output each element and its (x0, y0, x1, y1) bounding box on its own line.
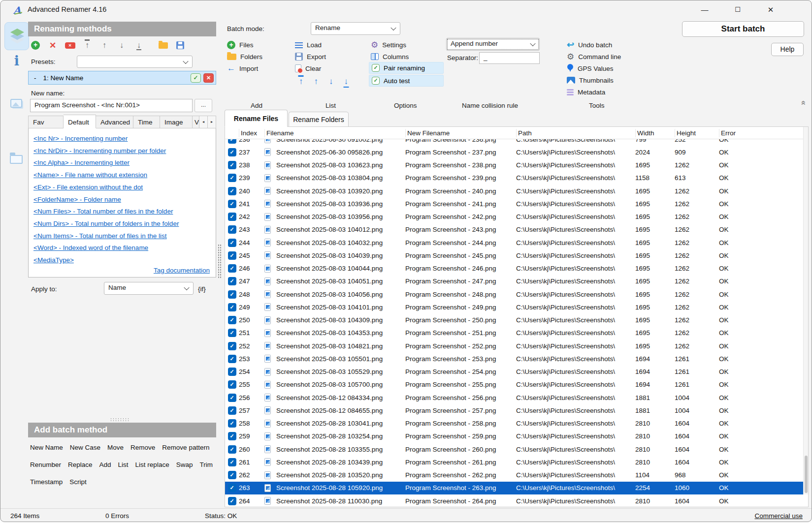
row-checkbox[interactable]: ✓ (228, 251, 236, 260)
row-checkbox[interactable]: ✓ (228, 303, 236, 311)
tab-video-clipped[interactable]: V (193, 116, 199, 128)
move-method-down-button[interactable]: ↓ (116, 39, 127, 51)
pair-renaming-toggle[interactable]: ✓Pair renaming (369, 62, 444, 74)
tab-time[interactable]: Time (133, 116, 160, 128)
add-method-link[interactable]: Trim (199, 461, 213, 468)
table-row[interactable]: ✓ 247 Screenshot 2025-08-03 104051.png P… (225, 275, 808, 288)
table-row[interactable]: ✓ 249 Screenshot 2025-08-03 104101.png P… (225, 301, 808, 313)
clear-button[interactable]: Clear (295, 63, 321, 73)
table-row[interactable]: ✓ 238 Screenshot 2025-08-03 103623.png P… (225, 159, 808, 172)
folders-button[interactable]: Folders (227, 52, 262, 62)
presets-dropdown[interactable] (77, 56, 193, 68)
tab-advanced[interactable]: Advanced (96, 116, 133, 128)
new-name-input[interactable]: Program Screenshot - <Inc Nr:001> (30, 99, 193, 112)
table-row[interactable]: ✓ 263 Screenshot 2025-08-28 105920.png P… (225, 482, 808, 494)
files-button[interactable]: +Files (227, 40, 254, 50)
row-checkbox[interactable]: ✓ (228, 200, 236, 208)
row-checkbox[interactable]: ✓ (228, 445, 236, 454)
table-row[interactable]: ✓ 252 Screenshot 2025-08-03 104821.png P… (225, 339, 808, 352)
metadata-button[interactable]: Metadata (567, 87, 605, 97)
tag-link[interactable]: <MediaType> (33, 254, 216, 267)
row-checkbox[interactable]: ✓ (228, 355, 236, 363)
separator-input[interactable]: _ (479, 52, 540, 64)
header-new-filename[interactable]: New Filename (405, 129, 516, 137)
add-method-link[interactable]: New Name (30, 444, 63, 451)
move-down-button[interactable]: ↓ (329, 77, 333, 87)
table-row[interactable]: ✓ 256 Screenshot 2025-08-12 084334.png P… (225, 391, 808, 404)
row-checkbox[interactable]: ✓ (228, 316, 236, 324)
scrollbar-thumb[interactable] (805, 456, 808, 493)
row-checkbox[interactable]: ✓ (228, 368, 236, 376)
batch-mode-dropdown[interactable]: Rename (311, 22, 400, 35)
row-checkbox[interactable]: ✓ (228, 406, 236, 415)
table-row[interactable]: ✓ 244 Screenshot 2025-08-03 104032.png P… (225, 236, 808, 249)
row-checkbox[interactable]: ✓ (228, 187, 236, 195)
header-filename[interactable]: Filename (264, 129, 405, 137)
minimize-button[interactable]: — (693, 0, 716, 19)
apply-to-dropdown[interactable]: Name (104, 282, 194, 295)
move-bottom-button[interactable]: ↓ (344, 77, 349, 87)
row-checkbox[interactable]: ✓ (228, 213, 236, 221)
add-method-link[interactable]: Renumber (30, 461, 61, 468)
row-checkbox[interactable]: ✓ (228, 342, 236, 350)
auto-test-toggle[interactable]: ✓Auto test (369, 75, 444, 87)
table-row[interactable]: ✓ 239 Screenshot 2025-08-03 103804.png P… (225, 172, 808, 185)
tag-link[interactable]: <Num Items> - Total number of files in t… (33, 230, 216, 243)
tab-rename-files[interactable]: Rename Files (225, 110, 288, 127)
add-method-link[interactable]: Remove (130, 444, 155, 451)
collapse-toolbar-icon[interactable]: « (799, 100, 809, 105)
table-row[interactable]: ✓ 261 Screenshot 2025-08-28 103439.png P… (225, 456, 808, 468)
add-method-link[interactable]: Timestamp (30, 478, 63, 486)
method-delete-button[interactable]: ✕ (203, 73, 214, 83)
table-row[interactable]: ✓ 258 Screenshot 2025-08-28 103041.png P… (225, 417, 808, 430)
table-row[interactable]: ✓ 240 Screenshot 2025-08-03 103920.png P… (225, 185, 808, 197)
rail-images-button[interactable] (4, 97, 29, 114)
tag-link[interactable]: <FolderName> - Folder name (33, 194, 216, 206)
table-row[interactable]: ✓ 264 Screenshot 2025-08-28 110030.png P… (225, 494, 808, 507)
tag-link[interactable]: <Num Files> - Total number of files in t… (33, 206, 216, 218)
header-width[interactable]: Width (635, 129, 675, 137)
tag-link[interactable]: <Name> - File name without extension (33, 169, 216, 182)
tag-link[interactable]: <Inc Nr> - Incrementing number (33, 133, 216, 145)
table-row[interactable]: ✓ 237 Screenshot 2025-06-30 095826.png P… (225, 146, 808, 158)
tag-link[interactable]: <Inc Alpha> - Incrementing letter (33, 157, 216, 169)
table-row[interactable]: ✓ 259 Screenshot 2025-08-28 103254.png P… (225, 430, 808, 443)
save-preset-button[interactable] (175, 39, 186, 51)
row-checkbox[interactable]: ✓ (228, 290, 236, 299)
undo-batch-button[interactable]: ↩Undo batch (567, 40, 612, 50)
tab-scroll-left-button[interactable]: ◂ (199, 116, 208, 128)
add-method-link[interactable]: Move (107, 444, 124, 451)
row-checkbox[interactable]: ✓ (228, 161, 236, 169)
move-method-up-button[interactable]: ↑ (99, 39, 110, 51)
row-checkbox[interactable]: ✓ (228, 264, 236, 273)
table-row[interactable]: ✓ 236 Screenshot 2025-06-30 091002.png P… (225, 139, 808, 146)
table-row[interactable]: ✓ 255 Screenshot 2025-08-03 105700.png P… (225, 378, 808, 391)
row-checkbox[interactable]: ✓ (228, 394, 236, 402)
vertical-splitter[interactable] (218, 244, 222, 278)
tab-scroll-right-button[interactable]: ▸ (208, 116, 216, 128)
row-checkbox[interactable]: ✓ (228, 174, 236, 182)
thumbnails-button[interactable]: Thumbnails (567, 75, 614, 85)
vertical-scrollbar[interactable] (803, 127, 808, 494)
row-checkbox[interactable]: ✓ (228, 277, 236, 285)
table-row[interactable]: ✓ 241 Screenshot 2025-08-03 103936.png P… (225, 197, 808, 210)
row-checkbox[interactable]: ✓ (228, 432, 236, 440)
method-item[interactable]: - 1: New Name ✓ ✕ (28, 71, 216, 85)
add-method-link[interactable]: List replace (135, 461, 169, 468)
tab-default[interactable]: Default (64, 115, 96, 128)
rail-folder-button[interactable] (4, 152, 29, 169)
row-checkbox[interactable]: ✓ (228, 419, 236, 428)
table-row[interactable]: ✓ 253 Screenshot 2025-08-03 105501.png P… (225, 352, 808, 365)
tab-rename-folders[interactable]: Rename Folders (289, 112, 349, 127)
table-row[interactable]: ✓ 248 Screenshot 2025-08-03 104056.png P… (225, 288, 808, 301)
tag-link[interactable]: <Word> - Indexed word of the filename (33, 242, 216, 254)
gps-values-button[interactable]: GPS Values (567, 63, 614, 73)
if-button[interactable]: {if} (198, 285, 206, 293)
move-top-button[interactable]: ↑ (299, 77, 303, 87)
add-method-link[interactable]: Script (69, 478, 87, 486)
header-error[interactable]: Error (719, 129, 808, 137)
table-row[interactable]: ✓ 250 Screenshot 2025-08-03 104309.png P… (225, 314, 808, 327)
load-button[interactable]: Load (295, 40, 322, 50)
method-collapse-dash[interactable]: - (34, 74, 36, 82)
table-row[interactable]: ✓ 243 Screenshot 2025-08-03 104012.png P… (225, 223, 808, 236)
